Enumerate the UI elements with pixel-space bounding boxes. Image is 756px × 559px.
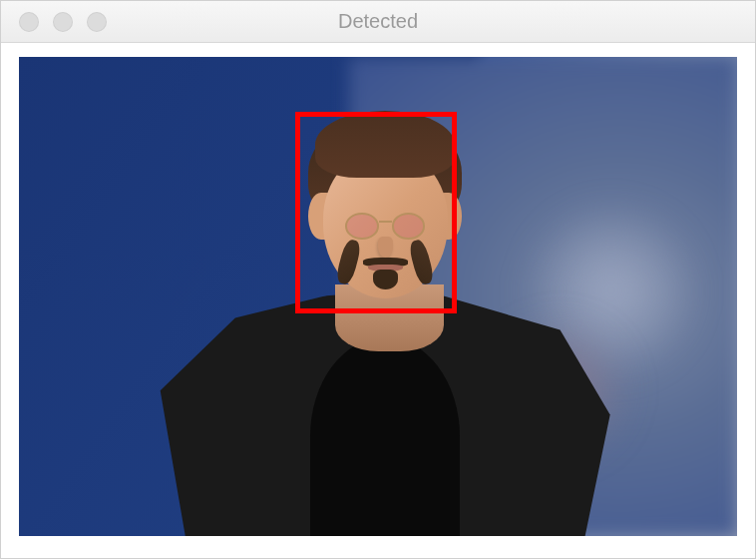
app-window: Detected [0, 0, 756, 559]
close-button[interactable] [19, 12, 39, 32]
head [293, 104, 477, 315]
beard [335, 238, 363, 285]
person-figure [177, 95, 593, 536]
lens [345, 213, 379, 240]
window-controls [1, 12, 107, 32]
maximize-button[interactable] [87, 12, 107, 32]
window-title: Detected [1, 10, 755, 33]
content-area [1, 43, 755, 558]
bridge [379, 221, 392, 226]
detected-image [19, 57, 737, 536]
image-viewport [19, 57, 737, 536]
nose [378, 237, 393, 258]
goatee [373, 270, 398, 290]
hair [315, 111, 455, 179]
minimize-button[interactable] [53, 12, 73, 32]
titlebar: Detected [1, 1, 755, 43]
clothing-shirt [310, 337, 460, 536]
glasses-icon [345, 213, 425, 240]
beard [407, 238, 435, 285]
lens [392, 213, 426, 240]
